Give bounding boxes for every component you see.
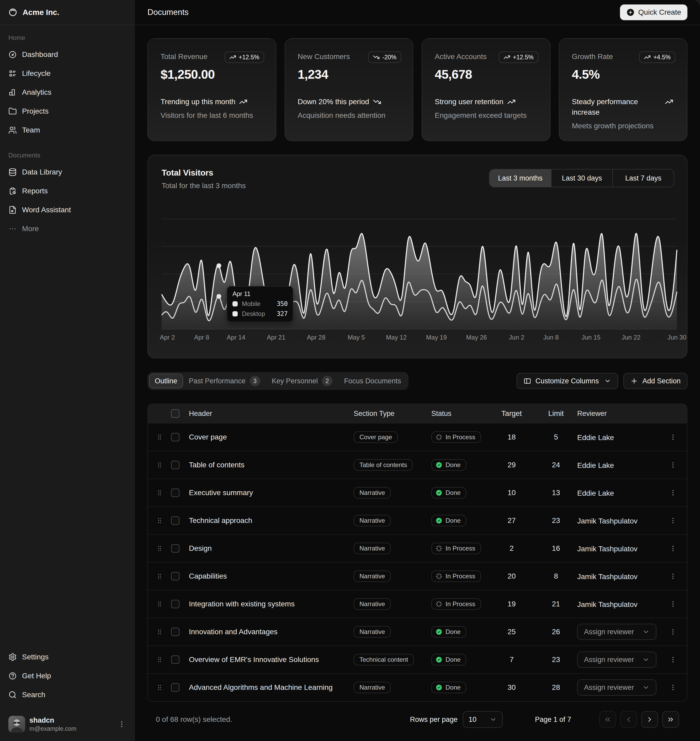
row-checkbox[interactable]: [171, 461, 179, 469]
row-actions-button[interactable]: [666, 597, 680, 612]
company-button[interactable]: Acme Inc.: [4, 4, 130, 21]
row-header-cell[interactable]: Advanced Algorithms and Machine Learning: [189, 683, 354, 692]
row-actions-button[interactable]: [666, 513, 680, 528]
assign-reviewer-select[interactable]: Assign reviewer: [577, 679, 656, 695]
limit-cell[interactable]: 8: [535, 572, 577, 581]
row-actions-button[interactable]: [666, 680, 680, 695]
sidebar-item-word-assistant[interactable]: Word Assistant: [4, 201, 130, 218]
row-checkbox[interactable]: [171, 544, 179, 553]
row-checkbox[interactable]: [171, 656, 179, 664]
drag-handle[interactable]: [148, 517, 171, 524]
limit-cell[interactable]: 13: [535, 488, 577, 497]
range-tab-last-30-days[interactable]: Last 30 days: [551, 169, 612, 187]
sidebar-item-projects[interactable]: Projects: [4, 103, 130, 120]
row-header-cell[interactable]: Design: [189, 544, 354, 553]
stat-card: Growth Rate +4.5% 4.5% Steady performanc…: [559, 38, 688, 141]
row-header-cell[interactable]: Cover page: [189, 433, 354, 441]
range-tab-last-3-months[interactable]: Last 3 months: [490, 169, 551, 187]
drag-handle[interactable]: [148, 461, 171, 469]
stat-card-footer: Strong user retention Engagement exceed …: [435, 97, 537, 121]
sidebar-item-settings[interactable]: Settings: [4, 648, 130, 665]
row-checkbox[interactable]: [171, 628, 179, 636]
last-page-button[interactable]: [662, 711, 679, 728]
drag-handle[interactable]: [148, 489, 171, 497]
select-all-checkbox[interactable]: [171, 409, 179, 418]
tab-key-personnel[interactable]: Key Personnel2: [266, 373, 338, 388]
previous-page-button[interactable]: [620, 711, 637, 728]
drag-handle[interactable]: [148, 600, 171, 608]
chevron-down-icon: [604, 377, 611, 385]
row-checkbox[interactable]: [171, 600, 179, 608]
sidebar-item-more[interactable]: More: [4, 221, 130, 237]
drag-handle[interactable]: [148, 684, 171, 691]
row-actions-button[interactable]: [666, 430, 680, 444]
target-cell[interactable]: 19: [488, 600, 535, 608]
next-page-button[interactable]: [641, 711, 658, 728]
target-cell[interactable]: 7: [488, 656, 535, 664]
user-menu-button[interactable]: shadcn m@example.com: [4, 712, 130, 737]
row-checkbox[interactable]: [171, 433, 179, 441]
trending-up-icon: [229, 54, 236, 60]
limit-cell[interactable]: 23: [535, 516, 577, 525]
target-cell[interactable]: 30: [488, 683, 535, 692]
limit-cell[interactable]: 26: [535, 628, 577, 636]
assign-reviewer-select[interactable]: Assign reviewer: [577, 651, 656, 668]
limit-cell[interactable]: 21: [535, 600, 577, 608]
row-header-cell[interactable]: Technical approach: [189, 516, 354, 525]
row-checkbox[interactable]: [171, 572, 179, 581]
row-checkbox[interactable]: [171, 516, 179, 525]
drag-handle[interactable]: [148, 573, 171, 580]
sidebar-item-analytics[interactable]: Analytics: [4, 84, 130, 101]
drag-handle[interactable]: [148, 628, 171, 635]
row-actions-button[interactable]: [666, 652, 680, 667]
column-header-header: Header: [189, 410, 354, 418]
tab-outline[interactable]: Outline: [149, 373, 183, 388]
tab-focus-documents[interactable]: Focus Documents: [338, 373, 407, 388]
sidebar-item-lifecycle[interactable]: Lifecycle: [4, 65, 130, 82]
sidebar-item-team[interactable]: Team: [4, 122, 130, 138]
target-cell[interactable]: 27: [488, 516, 535, 525]
row-header-cell[interactable]: Executive summary: [189, 488, 354, 497]
assign-reviewer-select[interactable]: Assign reviewer: [577, 624, 656, 640]
target-cell[interactable]: 10: [488, 488, 535, 497]
status-badge: In Process: [431, 431, 481, 443]
sidebar-item-dashboard[interactable]: Dashboard: [4, 46, 130, 63]
limit-cell[interactable]: 24: [535, 461, 577, 469]
drag-handle[interactable]: [148, 434, 171, 441]
row-header-cell[interactable]: Innovation and Advantages: [189, 628, 354, 636]
drag-handle[interactable]: [148, 545, 171, 552]
first-page-button[interactable]: [599, 711, 616, 728]
row-checkbox[interactable]: [171, 488, 179, 497]
row-actions-button[interactable]: [666, 625, 680, 639]
drag-handle[interactable]: [148, 656, 171, 663]
limit-cell[interactable]: 23: [535, 656, 577, 664]
target-cell[interactable]: 25: [488, 628, 535, 636]
limit-cell[interactable]: 16: [535, 544, 577, 553]
row-header-cell[interactable]: Overview of EMR's Innovative Solutions: [189, 656, 354, 664]
add-section-button[interactable]: Add Section: [624, 373, 687, 389]
customize-columns-button[interactable]: Customize Columns: [516, 373, 618, 389]
limit-cell[interactable]: 28: [535, 683, 577, 692]
target-cell[interactable]: 2: [488, 544, 535, 553]
row-actions-button[interactable]: [666, 541, 680, 556]
rows-per-page-select[interactable]: 10: [463, 711, 503, 728]
sidebar-item-search[interactable]: Search: [4, 687, 130, 703]
target-cell[interactable]: 20: [488, 572, 535, 581]
target-cell[interactable]: 29: [488, 461, 535, 469]
projects-icon: [9, 107, 17, 115]
sidebar-item-get-help[interactable]: Get Help: [4, 667, 130, 684]
row-checkbox[interactable]: [171, 683, 179, 692]
row-actions-button[interactable]: [666, 485, 680, 500]
row-header-cell[interactable]: Capabilities: [189, 572, 354, 581]
limit-cell[interactable]: 5: [535, 433, 577, 441]
sidebar-item-data-library[interactable]: Data Library: [4, 164, 130, 181]
target-cell[interactable]: 18: [488, 433, 535, 441]
row-actions-button[interactable]: [666, 457, 680, 472]
quick-create-button[interactable]: Quick Create: [620, 4, 687, 20]
sidebar-item-reports[interactable]: Reports: [4, 182, 130, 199]
tab-past-performance[interactable]: Past Performance3: [183, 373, 266, 388]
row-actions-button[interactable]: [666, 569, 680, 584]
row-header-cell[interactable]: Integration with existing systems: [189, 600, 354, 608]
range-tab-last-7-days[interactable]: Last 7 days: [612, 169, 674, 187]
row-header-cell[interactable]: Table of contents: [189, 461, 354, 469]
